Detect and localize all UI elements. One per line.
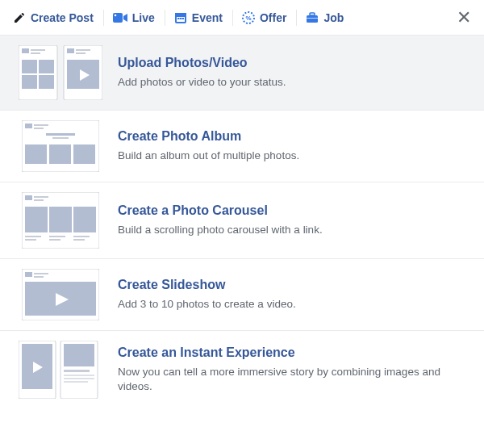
option-create-photo-carousel[interactable]: Create a Photo Carousel Build a scrollin…	[0, 182, 484, 258]
svg-rect-3	[175, 13, 186, 16]
svg-rect-28	[34, 124, 48, 126]
svg-rect-58	[64, 375, 94, 376]
svg-rect-38	[34, 199, 44, 201]
svg-rect-19	[22, 75, 37, 89]
composer-tabs: Create Post Live Event % Offer Job ✕	[0, 0, 484, 36]
svg-rect-36	[25, 195, 32, 200]
svg-rect-43	[25, 239, 36, 241]
tab-offer[interactable]: % Offer	[232, 0, 296, 36]
camera-icon	[113, 12, 127, 23]
tab-label: Job	[323, 11, 344, 24]
close-button[interactable]: ✕	[450, 7, 478, 28]
tab-label: Create Post	[31, 11, 94, 24]
svg-rect-16	[31, 52, 40, 54]
svg-point-1	[115, 14, 117, 16]
option-upload-photos-video[interactable]: Upload Photos/Video Add photos or video …	[0, 36, 484, 110]
svg-rect-34	[73, 144, 95, 164]
option-thumb-carousel	[16, 192, 105, 249]
svg-rect-27	[25, 124, 32, 128]
pencil-icon	[13, 11, 26, 24]
svg-rect-24	[76, 52, 86, 54]
option-create-slideshow[interactable]: Create Slideshow Add 3 to 10 photos to c…	[0, 258, 484, 330]
svg-rect-50	[34, 273, 48, 274]
options-list: Upload Photos/Video Add photos or video …	[0, 36, 484, 408]
option-title: Create Slideshow	[118, 278, 473, 292]
tab-label: Offer	[260, 11, 286, 24]
svg-rect-56	[64, 344, 94, 366]
option-title: Create a Photo Carousel	[118, 203, 473, 218]
option-desc: Now you can tell a more immersive story …	[118, 365, 473, 394]
svg-rect-31	[52, 137, 69, 139]
option-thumb-upload	[16, 45, 105, 100]
svg-rect-59	[64, 378, 94, 379]
svg-rect-51	[34, 276, 44, 278]
option-create-instant-experience[interactable]: Create an Instant Experience Now you can…	[0, 330, 484, 408]
svg-rect-37	[34, 196, 48, 198]
svg-rect-57	[64, 370, 90, 372]
svg-rect-14	[22, 48, 29, 53]
offer-icon: %	[242, 11, 255, 24]
tab-create-post[interactable]: Create Post	[3, 0, 103, 36]
svg-rect-23	[76, 49, 90, 51]
svg-rect-29	[34, 128, 44, 129]
svg-rect-0	[113, 13, 123, 23]
svg-text:%: %	[245, 15, 251, 22]
svg-rect-40	[49, 207, 72, 232]
svg-rect-10	[307, 15, 318, 23]
tab-label: Event	[192, 11, 223, 24]
option-desc: Add 3 to 10 photos to create a video.	[118, 297, 473, 312]
svg-rect-17	[22, 60, 37, 73]
svg-rect-33	[49, 144, 71, 164]
svg-rect-6	[180, 18, 182, 19]
option-thumb-slideshow	[16, 269, 105, 320]
svg-rect-46	[73, 236, 90, 237]
briefcase-icon	[306, 12, 319, 23]
calendar-icon	[174, 11, 187, 24]
option-desc: Build an album out of multiple photos.	[118, 149, 473, 163]
svg-rect-5	[177, 18, 180, 19]
svg-rect-49	[25, 272, 32, 277]
svg-rect-45	[49, 239, 60, 241]
option-desc: Add photos or video to your status.	[118, 75, 473, 90]
svg-rect-47	[73, 239, 85, 241]
svg-rect-39	[25, 207, 48, 232]
svg-rect-41	[73, 207, 96, 232]
svg-rect-11	[310, 13, 315, 15]
svg-rect-7	[182, 18, 184, 19]
svg-rect-42	[25, 236, 41, 237]
option-create-photo-album[interactable]: Create Photo Album Build an album out of…	[0, 110, 484, 182]
svg-rect-22	[67, 48, 74, 53]
option-title: Upload Photos/Video	[118, 56, 473, 70]
tab-live[interactable]: Live	[103, 0, 165, 36]
tab-job[interactable]: Job	[296, 0, 353, 36]
tab-label: Live	[132, 11, 155, 24]
tab-event[interactable]: Event	[165, 0, 232, 36]
option-thumb-album	[16, 120, 105, 172]
option-desc: Build a scrolling photo carousel with a …	[118, 223, 473, 237]
svg-rect-44	[49, 236, 65, 237]
svg-rect-30	[46, 133, 75, 136]
svg-rect-20	[39, 75, 54, 89]
svg-rect-12	[307, 18, 318, 19]
option-title: Create Photo Album	[118, 129, 473, 144]
svg-rect-18	[39, 60, 54, 73]
svg-rect-15	[31, 49, 45, 51]
svg-rect-60	[64, 381, 88, 383]
option-thumb-instant	[16, 341, 105, 399]
post-composer: Create Post Live Event % Offer Job ✕	[0, 0, 484, 408]
option-title: Create an Instant Experience	[118, 345, 473, 360]
svg-rect-32	[25, 144, 47, 164]
